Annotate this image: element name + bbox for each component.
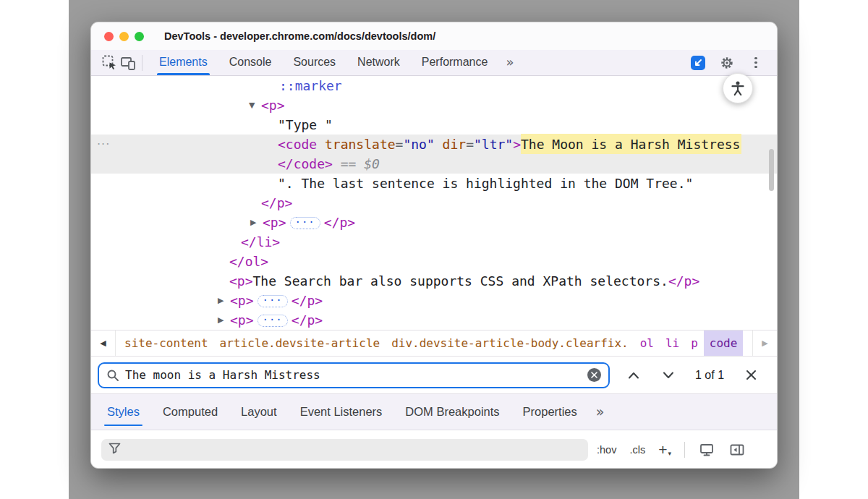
dom-punct: =: [466, 137, 474, 152]
expand-arrow-icon[interactable]: ▶: [218, 291, 224, 310]
breadcrumb-item-site-content[interactable]: site-content: [119, 330, 214, 356]
dom-tree-line[interactable]: ···<code translate="no" dir="ltr">The Mo…: [91, 135, 777, 154]
tab-event-listeners[interactable]: Event Listeners: [289, 394, 394, 430]
breadcrumb-item-p[interactable]: p: [685, 330, 704, 356]
new-style-rule-button[interactable]: +▾: [658, 441, 671, 459]
device-toolbar-icon[interactable]: [119, 54, 137, 72]
breadcrumb-scroll-left-button[interactable]: ◀: [91, 330, 116, 356]
breadcrumb-list: site-contentarticle.devsite-articlediv.d…: [116, 330, 752, 356]
tab-properties[interactable]: Properties: [511, 394, 589, 430]
style-filter-input[interactable]: [101, 439, 588, 461]
search-input[interactable]: [125, 368, 587, 382]
dom-text: The Search bar also supports CSS and XPa…: [253, 273, 668, 289]
toolbar-right-icons: [689, 54, 777, 72]
filter-funnel-icon: [109, 443, 121, 457]
dom-tree: ::marker▼<p>"Type "···<code translate="n…: [91, 76, 777, 330]
dom-tag: </p>: [261, 195, 292, 210]
breadcrumb-item-div-devsite-article-body-clearfix-[interactable]: div.devsite-article-body.clearfix.: [386, 330, 634, 356]
dock-side-icon[interactable]: [689, 54, 707, 72]
breadcrumb-item-code[interactable]: code: [704, 330, 744, 356]
dom-tree-line[interactable]: ▶<p>···</p>: [91, 291, 777, 310]
tab-console[interactable]: Console: [218, 50, 283, 75]
dom-dim: ==: [333, 156, 364, 171]
rendering-emulations-icon[interactable]: [698, 441, 715, 459]
next-match-button[interactable]: [660, 367, 676, 383]
dom-tree-line[interactable]: </ol>: [91, 252, 777, 271]
dom-tag: <p>: [261, 98, 285, 113]
dom-tree-line[interactable]: ▶<p>···</p>: [91, 310, 777, 330]
toggle-element-state-button[interactable]: :hov: [597, 444, 616, 456]
breadcrumb-item-ol[interactable]: ol: [634, 330, 660, 356]
more-sidebar-tabs-button[interactable]: »: [589, 394, 612, 430]
tab-styles[interactable]: Styles: [95, 394, 151, 430]
dom-attr: dir: [435, 137, 466, 152]
dom-tree-line[interactable]: "Type ": [91, 115, 777, 135]
expand-children-button[interactable]: ···: [290, 217, 320, 229]
expand-children-button[interactable]: ···: [258, 295, 288, 307]
search-bar: 1 of 1: [91, 357, 777, 394]
close-search-button[interactable]: [743, 367, 759, 383]
dom-tree-line[interactable]: <p>The Search bar also supports CSS and …: [91, 271, 777, 291]
dom-value: "no": [403, 137, 434, 152]
dom-tree-line[interactable]: </code> == $0: [91, 154, 777, 174]
previous-match-button[interactable]: [626, 367, 642, 383]
dom-tag: </p>: [324, 215, 355, 230]
styles-filter-bar: :hov .cls +▾: [91, 430, 777, 469]
tab-dom-breakpoints[interactable]: DOM Breakpoints: [393, 394, 511, 430]
element-classes-button[interactable]: .cls: [629, 444, 645, 456]
dom-pseudo: ::marker: [279, 78, 342, 93]
window-titlebar: DevTools - developer.chrome.com/docs/dev…: [91, 22, 777, 50]
expand-arrow-icon[interactable]: ▶: [250, 213, 256, 232]
dom-tree-line[interactable]: ▼<p>: [91, 95, 777, 115]
dom-tree-line[interactable]: ". The last sentence is highlighted in t…: [91, 174, 777, 193]
inspect-element-icon[interactable]: [100, 54, 119, 72]
breadcrumb: ◀ site-contentarticle.devsite-articlediv…: [91, 330, 777, 357]
expand-children-button[interactable]: ···: [258, 315, 288, 327]
devtools-toolbar: ElementsConsoleSourcesNetworkPerformance…: [91, 50, 777, 76]
dom-tag: </code>: [278, 156, 333, 171]
controls-divider: [684, 442, 685, 458]
styles-toolbar-controls: :hov .cls +▾: [597, 441, 746, 459]
screenshot-stage: DevTools - developer.chrome.com/docs/dev…: [0, 0, 868, 499]
dom-dim_italic: $0: [364, 156, 380, 171]
settings-gear-icon[interactable]: [718, 54, 736, 72]
dom-tag: <p>: [230, 293, 254, 308]
tab-layout[interactable]: Layout: [229, 394, 289, 430]
tab-computed[interactable]: Computed: [151, 394, 229, 430]
dom-tree-line[interactable]: ▶<p>···</p>: [91, 213, 777, 232]
dom-tag: </p>: [668, 273, 699, 289]
dom-attr: translate: [317, 137, 395, 152]
zoom-window-button[interactable]: [135, 32, 144, 41]
dom-tree-scrollbar[interactable]: [769, 149, 774, 191]
devtools-window: DevTools - developer.chrome.com/docs/dev…: [90, 22, 778, 469]
dom-text: "Type ": [278, 117, 333, 132]
tab-elements[interactable]: Elements: [148, 50, 218, 75]
traffic-lights: [91, 32, 144, 41]
tab-network[interactable]: Network: [346, 50, 411, 75]
tab-performance[interactable]: Performance: [411, 50, 499, 75]
more-actions-indicator: ···: [97, 135, 110, 154]
close-window-button[interactable]: [104, 32, 114, 41]
search-icon: [106, 369, 119, 382]
breadcrumb-scroll-right-button[interactable]: ▶: [752, 330, 777, 356]
search-box: [98, 362, 610, 388]
dom-tree-line[interactable]: </li>: [91, 232, 777, 252]
dom-tag: <p>: [229, 273, 253, 289]
breadcrumb-item-li[interactable]: li: [660, 330, 685, 356]
dom-match: The Moon is a Harsh Mistress: [521, 134, 741, 155]
more-panels-button[interactable]: »: [498, 50, 521, 75]
expand-arrow-icon[interactable]: ▶: [218, 310, 224, 330]
tab-sources[interactable]: Sources: [282, 50, 346, 75]
minimize-window-button[interactable]: [119, 32, 129, 41]
kebab-menu-icon[interactable]: [746, 54, 765, 72]
dom-text: ". The last sentence is highlighted in t…: [278, 176, 693, 191]
dom-tree-line[interactable]: </p>: [91, 193, 777, 213]
breadcrumb-item-article-devsite-article[interactable]: article.devsite-article: [214, 330, 386, 356]
clear-search-button[interactable]: [587, 368, 601, 382]
dom-tree-line[interactable]: ::marker: [91, 76, 777, 95]
dom-tag: >: [513, 137, 521, 152]
collapse-arrow-icon[interactable]: ▼: [249, 95, 255, 115]
toggle-sidebar-icon[interactable]: [728, 441, 746, 459]
accessibility-button[interactable]: [723, 73, 753, 103]
search-controls: 1 of 1: [626, 367, 759, 383]
